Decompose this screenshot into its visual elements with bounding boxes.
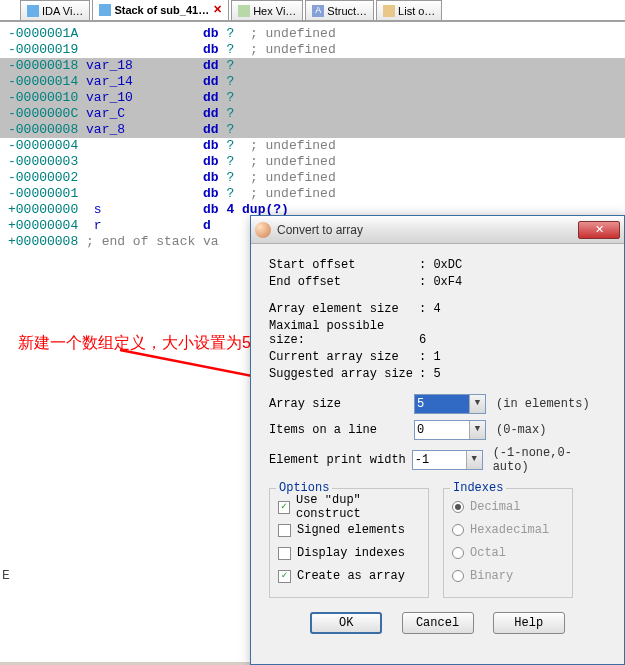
dialog-close-button[interactable]: ✕ (578, 221, 620, 239)
array-size-label: Array size (269, 397, 414, 411)
chevron-down-icon[interactable]: ▼ (469, 395, 485, 413)
list-icon (383, 5, 395, 17)
convert-to-array-dialog: Convert to array ✕ Start offset: 0xDC En… (250, 215, 625, 665)
elem-size-label: Array element size (269, 302, 419, 316)
close-icon[interactable]: ✕ (213, 3, 222, 16)
octal-label: Octal (470, 546, 506, 560)
code-line[interactable]: -00000019 db ? ; undefined (0, 42, 625, 58)
print-width-suffix: (-1-none,0-auto) (493, 446, 606, 474)
tabs-bar: IDA Vi… Stack of sub_41…✕ Hex Vi… AStruc… (0, 0, 625, 22)
chevron-down-icon[interactable]: ▼ (466, 451, 482, 469)
hex-radio (452, 524, 464, 536)
tab-hex-view[interactable]: Hex Vi… (231, 0, 303, 20)
dup-checkbox[interactable]: ✓ (278, 501, 290, 514)
start-offset-value: : 0xDC (419, 258, 462, 272)
code-line[interactable]: -00000008 var_8 dd ? (0, 122, 625, 138)
binary-radio (452, 570, 464, 582)
hex-label: Hexadecimal (470, 523, 549, 537)
print-width-input[interactable]: -1▼ (412, 450, 483, 470)
hex-icon (238, 5, 250, 17)
document-icon (27, 5, 39, 17)
code-line[interactable]: -00000014 var_14 dd ? (0, 74, 625, 90)
dialog-titlebar[interactable]: Convert to array ✕ (251, 216, 624, 244)
app-icon (255, 222, 271, 238)
binary-label: Binary (470, 569, 513, 583)
sug-size-value: : 5 (419, 367, 441, 381)
max-size-label: Maximal possible size: (269, 319, 419, 347)
code-line[interactable]: -00000018 var_18 dd ? (0, 58, 625, 74)
code-line[interactable]: -00000010 var_10 dd ? (0, 90, 625, 106)
signed-checkbox[interactable] (278, 524, 291, 537)
octal-radio (452, 547, 464, 559)
ok-button[interactable]: OK (310, 612, 382, 634)
create-array-checkbox[interactable]: ✓ (278, 570, 291, 583)
options-title: Options (276, 481, 332, 495)
items-line-suffix: (0-max) (496, 423, 546, 437)
signed-label: Signed elements (297, 523, 405, 537)
code-line[interactable]: -0000000C var_C dd ? (0, 106, 625, 122)
code-line[interactable]: -00000001 db ? ; undefined (0, 186, 625, 202)
tab-ida-view[interactable]: IDA Vi… (20, 0, 90, 20)
code-line[interactable]: -00000003 db ? ; undefined (0, 154, 625, 170)
print-width-label: Element print width (269, 453, 412, 467)
items-line-input[interactable]: 0▼ (414, 420, 486, 440)
indexes-group: Indexes Decimal Hexadecimal Octal Binary (443, 488, 573, 598)
code-line[interactable]: -00000002 db ? ; undefined (0, 170, 625, 186)
end-offset-label: End offset (269, 275, 419, 289)
code-line[interactable]: -0000001A db ? ; undefined (0, 26, 625, 42)
help-button[interactable]: Help (493, 612, 565, 634)
items-line-label: Items on a line (269, 423, 414, 437)
end-offset-value: : 0xF4 (419, 275, 462, 289)
start-offset-label: Start offset (269, 258, 419, 272)
tab-stack[interactable]: Stack of sub_41…✕ (92, 0, 229, 20)
cur-size-value: : 1 (419, 350, 441, 364)
dialog-title: Convert to array (277, 223, 578, 237)
dialog-body: Start offset: 0xDC End offset: 0xF4 Arra… (251, 244, 624, 648)
annotation-text: 新建一个数组定义，大小设置为5 (18, 333, 251, 354)
code-line[interactable]: -00000004 db ? ; undefined (0, 138, 625, 154)
options-group: Options ✓Use "dup" construct Signed elem… (269, 488, 429, 598)
dup-label: Use "dup" construct (296, 493, 420, 521)
array-size-suffix: (in elements) (496, 397, 590, 411)
display-idx-label: Display indexes (297, 546, 405, 560)
document-icon (99, 4, 111, 16)
elem-size-value: : 4 (419, 302, 441, 316)
tab-list[interactable]: List o… (376, 0, 442, 20)
sug-size-label: Suggested array size (269, 367, 419, 381)
create-array-label: Create as array (297, 569, 405, 583)
decimal-label: Decimal (470, 500, 520, 514)
max-size-value: 6 (419, 333, 426, 347)
cur-size-label: Current array size (269, 350, 419, 364)
cancel-button[interactable]: Cancel (402, 612, 474, 634)
tab-structures[interactable]: AStruct… (305, 0, 374, 20)
side-marker: E (2, 568, 10, 583)
array-size-input[interactable]: 5▼ (414, 394, 486, 414)
struct-icon: A (312, 5, 324, 17)
chevron-down-icon[interactable]: ▼ (469, 421, 485, 439)
display-idx-checkbox[interactable] (278, 547, 291, 560)
indexes-title: Indexes (450, 481, 506, 495)
decimal-radio (452, 501, 464, 513)
